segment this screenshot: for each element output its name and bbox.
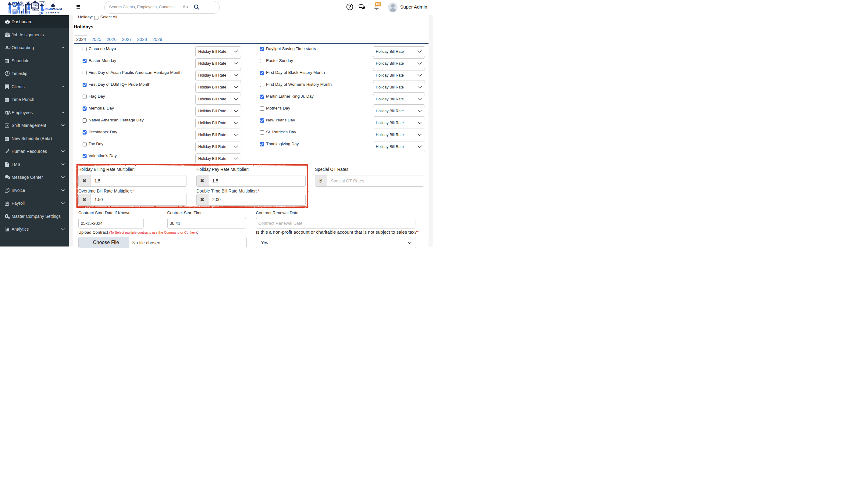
svg-text:Software: Software [46, 11, 60, 14]
svg-text:StaffWizard: StaffWizard [45, 7, 62, 11]
svg-text:$: $ [14, 3, 16, 6]
